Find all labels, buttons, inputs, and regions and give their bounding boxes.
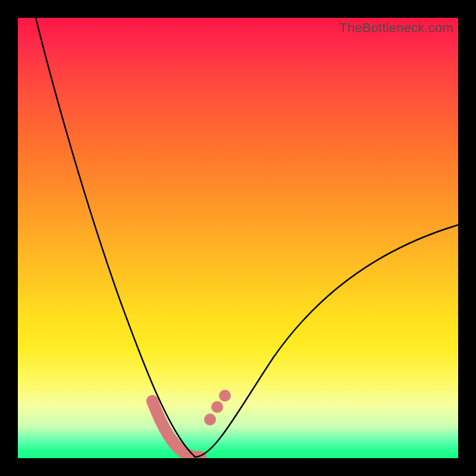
chart-frame: TheBottleneck.com (0, 0, 476, 476)
plot-area: TheBottleneck.com (18, 18, 458, 458)
bottleneck-curve (36, 18, 458, 457)
curve-marker-icon (219, 390, 231, 402)
curve-marker-icon (146, 395, 158, 407)
optimal-valley-highlight (152, 401, 201, 457)
curve-marker-icon (204, 414, 216, 425)
curve-marker-icon (211, 401, 223, 413)
chart-svg (18, 18, 458, 458)
